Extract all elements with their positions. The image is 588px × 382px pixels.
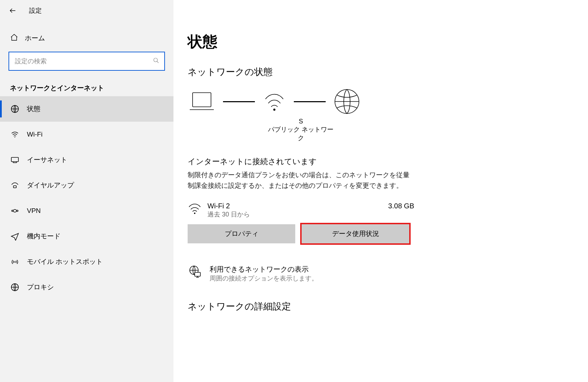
network-diagram (188, 87, 574, 116)
svg-rect-9 (193, 93, 211, 107)
wifi-icon (10, 130, 20, 139)
laptop-icon (188, 89, 216, 114)
svg-point-0 (154, 58, 158, 62)
search-icon (153, 57, 159, 65)
nav-label: 状態 (27, 104, 40, 114)
svg-point-10 (273, 109, 275, 111)
main-content: 状態 ネットワークの状態 S パブリック ネットワーク インターネットに接続され… (173, 0, 588, 382)
wifi-usage: 3.08 GB (388, 202, 414, 210)
globe-monitor-icon (188, 265, 204, 280)
wifi-diagram-icon (262, 89, 287, 114)
search-box[interactable] (8, 52, 165, 71)
search-container (0, 52, 173, 71)
svg-point-5 (12, 210, 13, 212)
wifi-usage-block: Wi-Fi 2 過去 30 日から 3.08 GB (188, 202, 414, 219)
nav-label: Wi-Fi (27, 131, 42, 138)
available-networks-title: 利用できるネットワークの表示 (210, 265, 318, 274)
nav-label: イーサネット (27, 155, 67, 164)
globe-icon (10, 105, 20, 113)
wifi-name: Wi-Fi 2 (207, 202, 388, 210)
home-label: ホーム (25, 34, 45, 43)
nav-item-dialup[interactable]: ダイヤルアップ (0, 173, 173, 198)
ssid-label: S (266, 118, 336, 125)
properties-button[interactable]: プロパティ (188, 224, 295, 243)
back-button[interactable] (7, 5, 18, 16)
network-status-title: ネットワークの状態 (188, 66, 574, 78)
proxy-icon (10, 283, 20, 291)
button-row: プロパティ データ使用状況 (188, 224, 574, 243)
nav-item-proxy[interactable]: プロキシ (0, 274, 173, 300)
app-title: 設定 (29, 6, 42, 15)
nav-item-hotspot[interactable]: モバイル ホットスポット (0, 249, 173, 274)
nav-item-ethernet[interactable]: イーサネット (0, 147, 173, 173)
svg-point-2 (15, 137, 15, 138)
connected-title: インターネットに接続されています (188, 156, 574, 167)
home-icon (10, 33, 18, 43)
nav-label: ダイヤルアップ (27, 181, 74, 190)
connection-line (223, 101, 255, 102)
data-usage-button[interactable]: データ使用状況 (302, 224, 409, 243)
airplane-icon (10, 232, 20, 241)
search-input[interactable] (14, 57, 153, 65)
nav-label: 機内モード (27, 232, 61, 241)
nav-label: モバイル ホットスポット (27, 257, 103, 266)
globe-diagram-icon (333, 87, 361, 116)
nav-item-wifi[interactable]: Wi-Fi (0, 122, 173, 147)
svg-rect-3 (11, 157, 18, 162)
nav-label: プロキシ (27, 283, 54, 292)
connection-line (294, 101, 326, 102)
hotspot-icon (10, 257, 20, 266)
title-bar: 設定 (0, 0, 173, 21)
dialup-icon (10, 181, 20, 190)
category-header: ネットワークとインターネット (0, 83, 173, 93)
nav-label: VPN (27, 207, 41, 215)
sidebar: 設定 ホーム ネットワークとインターネット 状態 Wi-Fi (0, 0, 173, 382)
wifi-icon (188, 202, 204, 218)
advanced-settings-title: ネットワークの詳細設定 (188, 300, 574, 313)
page-title: 状態 (188, 32, 574, 52)
nav-item-status[interactable]: 状態 (0, 96, 173, 122)
svg-point-7 (15, 261, 16, 262)
vpn-icon (10, 207, 20, 215)
svg-rect-4 (13, 186, 16, 188)
available-networks-link[interactable]: 利用できるネットワークの表示 周囲の接続オプションを表示します。 (188, 265, 574, 283)
nav-item-vpn[interactable]: VPN (0, 198, 173, 224)
svg-rect-14 (195, 272, 200, 276)
nav-item-airplane[interactable]: 機内モード (0, 224, 173, 249)
available-networks-subtitle: 周囲の接続オプションを表示します。 (210, 274, 318, 283)
connected-description: 制限付きのデータ通信プランをお使いの場合は、このネットワークを従量制課金接続に設… (188, 170, 414, 191)
network-type-label: パブリック ネットワーク (266, 125, 336, 142)
ethernet-icon (10, 156, 20, 164)
diagram-labels: S パブリック ネットワーク (266, 118, 336, 142)
svg-point-6 (17, 210, 18, 212)
svg-point-12 (194, 213, 195, 214)
nav-list: 状態 Wi-Fi イーサネット ダイヤルアップ VPN (0, 96, 173, 382)
wifi-subtitle: 過去 30 日から (207, 210, 388, 219)
home-nav[interactable]: ホーム (0, 28, 173, 48)
